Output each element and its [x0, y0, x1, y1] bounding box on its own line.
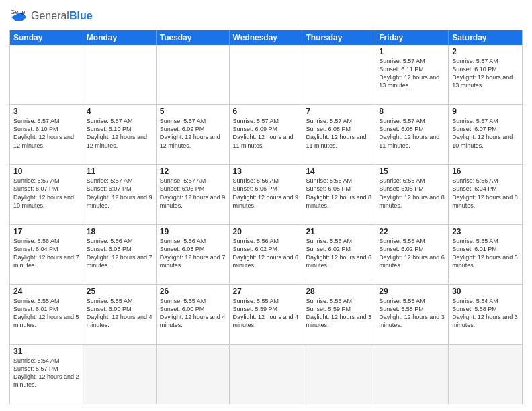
day-number: 27: [233, 287, 299, 296]
cal-header-cell: Tuesday: [157, 30, 230, 45]
day-info: Sunrise: 5:56 AM Sunset: 6:02 PM Dayligh…: [306, 237, 371, 270]
day-number: 30: [452, 287, 519, 296]
calendar-cell: [157, 45, 230, 104]
calendar-cell: 18Sunrise: 5:56 AM Sunset: 6:03 PM Dayli…: [83, 225, 157, 284]
calendar-cell: 20Sunrise: 5:56 AM Sunset: 6:02 PM Dayli…: [230, 225, 303, 284]
day-number: 5: [160, 107, 226, 116]
cal-header-cell: Sunday: [10, 30, 83, 45]
day-number: 17: [13, 227, 79, 236]
day-info: Sunrise: 5:57 AM Sunset: 6:07 PM Dayligh…: [87, 177, 152, 210]
calendar-header-row: SundayMondayTuesdayWednesdayThursdayFrid…: [10, 30, 522, 45]
day-number: 20: [233, 227, 299, 236]
calendar-cell: 15Sunrise: 5:56 AM Sunset: 6:05 PM Dayli…: [375, 165, 449, 224]
calendar-cell: [10, 45, 83, 104]
day-info: Sunrise: 5:57 AM Sunset: 6:06 PM Dayligh…: [160, 177, 226, 210]
calendar-row: 1Sunrise: 5:57 AM Sunset: 6:11 PM Daylig…: [10, 45, 522, 104]
day-info: Sunrise: 5:54 AM Sunset: 5:58 PM Dayligh…: [452, 297, 519, 330]
day-info: Sunrise: 5:55 AM Sunset: 6:01 PM Dayligh…: [452, 237, 519, 270]
day-info: Sunrise: 5:57 AM Sunset: 6:09 PM Dayligh…: [233, 117, 299, 150]
calendar-cell: 10Sunrise: 5:57 AM Sunset: 6:07 PM Dayli…: [10, 165, 83, 224]
day-number: 3: [13, 107, 79, 116]
calendar-cell: 9Sunrise: 5:57 AM Sunset: 6:07 PM Daylig…: [449, 105, 522, 164]
day-info: Sunrise: 5:56 AM Sunset: 6:05 PM Dayligh…: [306, 177, 371, 210]
day-number: 11: [87, 167, 152, 176]
day-number: 31: [13, 347, 79, 356]
day-info: Sunrise: 5:55 AM Sunset: 5:59 PM Dayligh…: [233, 297, 299, 330]
calendar-cell: [230, 45, 303, 104]
calendar-cell: 28Sunrise: 5:55 AM Sunset: 5:59 PM Dayli…: [302, 285, 375, 344]
cal-header-cell: Friday: [375, 30, 449, 45]
calendar: SundayMondayTuesdayWednesdayThursdayFrid…: [9, 30, 523, 404]
calendar-cell: 19Sunrise: 5:56 AM Sunset: 6:03 PM Dayli…: [157, 225, 230, 284]
day-number: 15: [379, 167, 445, 176]
calendar-cell: 31Sunrise: 5:54 AM Sunset: 5:57 PM Dayli…: [10, 345, 83, 404]
calendar-cell: 26Sunrise: 5:55 AM Sunset: 6:00 PM Dayli…: [157, 285, 230, 344]
calendar-cell: 4Sunrise: 5:57 AM Sunset: 6:10 PM Daylig…: [83, 105, 157, 164]
day-info: Sunrise: 5:55 AM Sunset: 6:02 PM Dayligh…: [379, 237, 445, 270]
cal-header-cell: Monday: [83, 30, 157, 45]
day-number: 23: [452, 227, 519, 236]
day-number: 7: [306, 107, 371, 116]
calendar-cell: [449, 345, 522, 404]
day-info: Sunrise: 5:57 AM Sunset: 6:07 PM Dayligh…: [452, 117, 519, 150]
day-info: Sunrise: 5:57 AM Sunset: 6:10 PM Dayligh…: [13, 117, 79, 150]
calendar-cell: 1Sunrise: 5:57 AM Sunset: 6:11 PM Daylig…: [375, 45, 449, 104]
calendar-cell: 6Sunrise: 5:57 AM Sunset: 6:09 PM Daylig…: [230, 105, 303, 164]
day-number: 21: [306, 227, 371, 236]
day-number: 13: [233, 167, 299, 176]
day-number: 22: [379, 227, 445, 236]
calendar-cell: [83, 45, 157, 104]
day-info: Sunrise: 5:55 AM Sunset: 6:01 PM Dayligh…: [13, 297, 79, 330]
day-info: Sunrise: 5:57 AM Sunset: 6:08 PM Dayligh…: [379, 117, 445, 150]
calendar-cell: [302, 345, 375, 404]
calendar-cell: 3Sunrise: 5:57 AM Sunset: 6:10 PM Daylig…: [10, 105, 83, 164]
day-number: 18: [87, 227, 152, 236]
cal-header-cell: Saturday: [449, 30, 522, 45]
day-number: 28: [306, 287, 371, 296]
day-number: 26: [160, 287, 226, 296]
day-info: Sunrise: 5:56 AM Sunset: 6:03 PM Dayligh…: [160, 237, 226, 270]
calendar-row: 31Sunrise: 5:54 AM Sunset: 5:57 PM Dayli…: [10, 344, 522, 404]
day-info: Sunrise: 5:57 AM Sunset: 6:11 PM Dayligh…: [379, 57, 445, 90]
day-info: Sunrise: 5:56 AM Sunset: 6:04 PM Dayligh…: [13, 237, 79, 270]
calendar-cell: 7Sunrise: 5:57 AM Sunset: 6:08 PM Daylig…: [302, 105, 375, 164]
day-number: 16: [452, 167, 519, 176]
cal-header-cell: Thursday: [302, 30, 375, 45]
day-number: 29: [379, 287, 445, 296]
day-number: 8: [379, 107, 445, 116]
page: General GeneralBlue SundayMondayTuesdayW…: [0, 0, 532, 411]
cal-header-cell: Wednesday: [230, 30, 303, 45]
calendar-cell: 17Sunrise: 5:56 AM Sunset: 6:04 PM Dayli…: [10, 225, 83, 284]
day-info: Sunrise: 5:55 AM Sunset: 5:59 PM Dayligh…: [306, 297, 371, 330]
calendar-cell: 2Sunrise: 5:57 AM Sunset: 6:10 PM Daylig…: [449, 45, 522, 104]
calendar-cell: [302, 45, 375, 104]
day-info: Sunrise: 5:56 AM Sunset: 6:06 PM Dayligh…: [233, 177, 299, 210]
calendar-cell: 22Sunrise: 5:55 AM Sunset: 6:02 PM Dayli…: [375, 225, 449, 284]
calendar-row: 24Sunrise: 5:55 AM Sunset: 6:01 PM Dayli…: [10, 284, 522, 344]
calendar-cell: 13Sunrise: 5:56 AM Sunset: 6:06 PM Dayli…: [230, 165, 303, 224]
header: General GeneralBlue: [9, 7, 523, 26]
calendar-cell: 14Sunrise: 5:56 AM Sunset: 6:05 PM Dayli…: [302, 165, 375, 224]
calendar-cell: 11Sunrise: 5:57 AM Sunset: 6:07 PM Dayli…: [83, 165, 157, 224]
day-info: Sunrise: 5:55 AM Sunset: 5:58 PM Dayligh…: [379, 297, 445, 330]
calendar-cell: 21Sunrise: 5:56 AM Sunset: 6:02 PM Dayli…: [302, 225, 375, 284]
day-info: Sunrise: 5:56 AM Sunset: 6:05 PM Dayligh…: [379, 177, 445, 210]
day-info: Sunrise: 5:56 AM Sunset: 6:03 PM Dayligh…: [87, 237, 152, 270]
calendar-cell: 23Sunrise: 5:55 AM Sunset: 6:01 PM Dayli…: [449, 225, 522, 284]
calendar-cell: 8Sunrise: 5:57 AM Sunset: 6:08 PM Daylig…: [375, 105, 449, 164]
day-info: Sunrise: 5:56 AM Sunset: 6:04 PM Dayligh…: [452, 177, 519, 210]
calendar-cell: 27Sunrise: 5:55 AM Sunset: 5:59 PM Dayli…: [230, 285, 303, 344]
calendar-cell: 16Sunrise: 5:56 AM Sunset: 6:04 PM Dayli…: [449, 165, 522, 224]
calendar-cell: [83, 345, 157, 404]
calendar-cell: 5Sunrise: 5:57 AM Sunset: 6:09 PM Daylig…: [157, 105, 230, 164]
day-number: 12: [160, 167, 226, 176]
day-info: Sunrise: 5:57 AM Sunset: 6:09 PM Dayligh…: [160, 117, 226, 150]
calendar-cell: 12Sunrise: 5:57 AM Sunset: 6:06 PM Dayli…: [157, 165, 230, 224]
day-number: 6: [233, 107, 299, 116]
logo: General GeneralBlue: [9, 7, 93, 26]
day-info: Sunrise: 5:57 AM Sunset: 6:07 PM Dayligh…: [13, 177, 79, 210]
calendar-cell: [375, 345, 449, 404]
day-number: 14: [306, 167, 371, 176]
logo-text: GeneralBlue: [31, 10, 93, 22]
day-info: Sunrise: 5:55 AM Sunset: 6:00 PM Dayligh…: [160, 297, 226, 330]
